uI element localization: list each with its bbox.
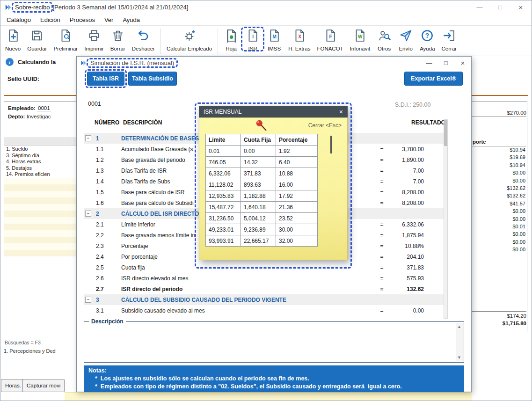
row-description: Cuota fija [121,264,376,271]
svg-text:?: ? [425,32,429,39]
toolbar-button-guardar[interactable]: Guardar [24,29,50,51]
toolbar-button-infonavit[interactable]: W Infonavit [347,29,373,51]
maximize-icon[interactable]: □ [490,0,510,14]
empty-grid-rows [4,178,76,256]
row-description: CÁLCULO DEL SUBSIDIO CAUSADO DEL PERIODO… [121,297,376,303]
toolbar-button-borrar[interactable]: Borrar [107,29,129,51]
isr-row[interactable]: − 2.6 ISR directo elevado al mes = 575.9… [84,273,447,284]
isr-row[interactable]: − 2.7 ISR directo del periodo = 132.62 [84,284,447,294]
minimize-icon[interactable]: — [421,57,437,69]
minimize-icon[interactable]: — [469,0,490,14]
exit-icon [442,29,456,43]
depto-value: Investigac [27,114,51,119]
row-number: 1.4 [96,178,121,185]
toolbar-button-hoja[interactable]: Hoja [220,29,242,51]
close-icon[interactable]: × [454,57,471,69]
tariff-row: 93,993.91 22,665.17 32.00 [206,235,318,247]
exportar-excel-button[interactable]: Exportar Excel® [404,72,463,86]
nota-line: * Empleados con tipo de régimen distinto… [95,383,459,390]
concept-row[interactable]: 5. Destajos [6,165,76,172]
row-number: 2.1 [96,221,121,228]
toolbar: Nuevo Guardar Preliminar Imprimir Borrar… [0,25,532,56]
scrollbar-thumb[interactable] [444,120,447,146]
main-titlebar: Sobre-recibo [Periodo 3 Semanal del 15/0… [0,0,532,14]
row-result: 204.10 [387,254,424,260]
toolbar-separator [218,29,218,54]
row-number: 1.6 [96,200,121,206]
row-number: 3.1 [96,307,121,314]
toolbar-button-fonacot[interactable]: F FONACOT [313,29,346,51]
toolbar-button-deshacer[interactable]: Deshacer [129,29,158,51]
equals-sign: = [376,168,387,174]
grid-header-band [4,137,76,146]
close-icon[interactable]: × [510,0,531,14]
row-result: 1,875.94 [387,232,424,239]
tabla-isr-button[interactable]: Tabla ISR [87,72,124,86]
table-scrollbar[interactable] [444,119,448,319]
save-icon [30,29,44,43]
menu-item[interactable]: Ver [100,16,118,23]
tariff-scrollbar-thumb[interactable] [330,136,332,153]
maximize-icon[interactable]: □ [437,57,454,69]
concept-row[interactable]: 14. Premios eficien [6,171,76,178]
row-number: 2.2 [96,232,121,239]
row-description: ISR directo del periodo [121,286,376,292]
row-number: 1.3 [96,168,121,174]
delete-icon [111,29,125,43]
amount-cell: $0.00 [471,170,526,177]
amount-cell: $41.57 [471,201,526,208]
subtotal-value: $174.20 [471,313,526,319]
menu-item[interactable]: Ayuda [118,16,145,23]
toolbar-button-imprimir[interactable]: Imprimir [81,29,107,51]
sdi-field: S.D.I.: 250.00 [395,102,430,108]
equals-sign: = [376,232,387,239]
menu-item[interactable]: Edición [36,16,65,23]
toolbar-button-cerrar[interactable]: Cerrar [438,29,460,51]
collapse-icon[interactable]: − [85,135,91,141]
row-result: 0.00 [387,307,424,314]
isr-row[interactable]: − 3.1 Subsidio causado elevado al mes = … [84,305,447,316]
overtime-document-icon: X [292,29,306,43]
menu-item[interactable]: Catálogo [2,16,36,23]
toolbar-button-imss[interactable]: M IMSS [263,29,285,51]
collapse-icon[interactable]: − [85,211,91,217]
toolbar-button-nuevo[interactable]: Nuevo [2,29,24,51]
concept-row[interactable]: 3. Séptimo día [6,153,76,159]
calculate-gear-icon [182,29,197,43]
tariff-row: 6,332.06 371.83 10.88 [206,168,318,179]
toolbar-button-otros[interactable]: Otros [373,29,395,51]
concept-row[interactable]: 4. Horas extras [6,159,76,165]
descripcion-scrollbar[interactable]: ▲ ▼ [456,323,463,361]
toolbar-button-preliminar[interactable]: Preliminar [50,29,81,51]
collapse-icon[interactable]: − [85,297,91,303]
col-limite: Limite [206,134,241,146]
scroll-up-icon[interactable]: ▲ [457,324,461,329]
sim-title: Simulación de I.S.R. (mensual) [90,59,174,66]
isr-row[interactable]: − 3 CÁLCULO DEL SUBSIDIO CAUSADO DEL PER… [84,294,447,305]
cerrar-esc-link[interactable]: Cerrar <Esc> [308,122,342,129]
isr-row[interactable]: − 2.5 Cuota fija = 371.83 [84,262,447,273]
toolbar-button-ayuda[interactable]: ? Ayuda [416,29,438,51]
tariff-row: 12,935.83 1,182.88 17.92 [206,190,318,202]
horas-button[interactable]: Horas. [1,379,25,392]
toolbar-button-h-extras[interactable]: X H. Extras [285,29,313,51]
svg-text:I: I [252,34,254,39]
tabla-subsidio-button[interactable]: Tabla Subsidio [128,72,177,86]
row-number: 1 [96,135,121,142]
pushpin-icon [255,118,269,132]
sticky-note: Cerrar <Esc> Limite Cuota Fija Porcentaj… [199,117,348,260]
empleado-value[interactable]: 0001 [37,105,51,111]
concept-row[interactable]: 1. Sueldo [6,146,76,153]
toolbar-button-isr[interactable]: I ISR [242,29,263,51]
menu-item[interactable]: Procesos [65,16,100,23]
isr-document-icon: I [246,29,260,43]
capturar-button[interactable]: Capturar movi [22,379,65,392]
row-result: 575.93 [387,275,424,282]
status-message-row: i Calculando la [6,58,56,66]
tab-percepciones[interactable]: 1. Percepciones y Ded [4,348,56,354]
scroll-down-icon[interactable]: ▼ [457,355,461,360]
close-icon[interactable]: × [339,108,343,116]
toolbar-button-envio[interactable]: Envío [395,29,416,51]
toolbar-button-calcular-empleado[interactable]: Calcular Empleado [163,29,215,51]
tariff-row: 0.01 0.00 1.92 [206,146,318,157]
